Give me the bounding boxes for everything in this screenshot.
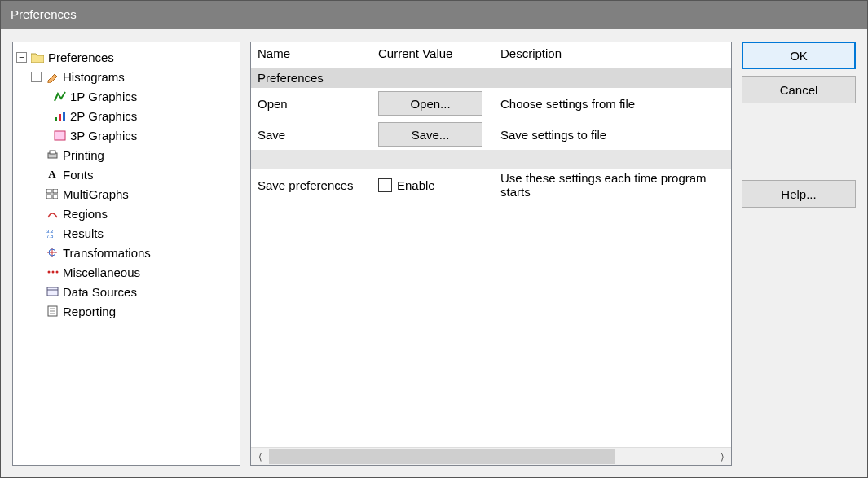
scroll-right-icon[interactable]: ⟩ [713,448,731,466]
tree-item-2p-graphics[interactable]: 2P Graphics [16,106,236,125]
tree-item-multigraphs[interactable]: MultiGraphs [16,184,236,204]
tree-label: 3P Graphics [70,129,137,143]
regions-icon [45,207,59,220]
row-label: Save preferences [251,178,372,192]
svg-rect-9 [53,195,58,199]
tree-item-1p-graphics[interactable]: 1P Graphics [16,86,236,106]
tree-item-miscellaneous[interactable]: Miscellaneous [16,262,236,282]
chart-1p-icon [52,90,67,103]
row-description: Save settings to file [494,128,731,142]
pencil-icon [45,70,59,83]
svg-rect-16 [47,287,58,296]
tree-label: 2P Graphics [70,109,137,123]
svg-rect-5 [50,151,55,154]
tree-item-reporting[interactable]: Reporting [16,301,236,321]
column-header-description[interactable]: Description [494,42,731,68]
tree-item-preferences[interactable]: − Preferences [16,47,236,67]
checkbox-icon[interactable] [378,178,392,192]
open-button[interactable]: Open... [378,91,482,116]
tree-item-fonts[interactable]: A Fonts [16,164,236,184]
tree-label: Transformations [63,246,151,260]
svg-rect-6 [46,189,51,193]
grid-body: Preferences Open Open... Choose settings… [251,68,731,447]
font-icon: A [45,168,59,181]
svg-point-14 [51,271,54,274]
checkbox-label: Enable [397,178,435,192]
tree-label: Histograms [63,70,125,84]
column-header-name[interactable]: Name [251,42,372,68]
row-description: Choose settings from file [494,97,731,111]
tree-label: Preferences [48,50,114,64]
report-icon [45,305,59,318]
tree-item-regions[interactable]: Regions [16,204,236,223]
horizontal-scrollbar[interactable]: ⟨ ⟩ [251,447,731,465]
cancel-button[interactable]: Cancel [742,76,856,103]
collapse-icon[interactable]: − [31,72,42,82]
scroll-thumb[interactable] [269,449,615,464]
results-icon: 3.27.8 [45,226,59,239]
svg-rect-2 [63,112,65,121]
tree-label: Miscellaneous [63,265,140,279]
dots-icon [45,265,59,278]
grid-header: Name Current Value Description [251,42,731,68]
tree-item-histograms[interactable]: − Histograms [16,67,236,86]
save-button[interactable]: Save... [378,122,482,147]
property-grid: Name Current Value Description Preferenc… [250,42,732,466]
row-label: Open [251,97,372,111]
dialog-body: − Preferences − [1,29,867,477]
svg-rect-8 [46,195,51,199]
row-label: Save [251,128,372,142]
window-title: Preferences [11,7,77,21]
chart-2p-icon [52,109,67,122]
svg-rect-1 [59,114,61,121]
svg-point-13 [47,271,50,274]
dialog-buttons: OK Cancel Help... [742,42,856,466]
scroll-left-icon[interactable]: ⟨ [251,448,269,466]
ok-button[interactable]: OK [742,42,856,69]
tree-label: Reporting [63,305,116,318]
tree-item-data-sources[interactable]: Data Sources [16,282,236,301]
grid-icon [45,187,59,200]
help-button[interactable]: Help... [742,180,856,208]
svg-text:7.8: 7.8 [46,234,54,238]
folder-open-icon [30,50,45,64]
svg-rect-3 [55,131,65,140]
scroll-track[interactable] [269,449,713,464]
row-save-preferences: Save preferences Enable Use these settin… [251,169,731,200]
printer-icon [45,148,59,161]
group-row-preferences: Preferences [251,68,731,88]
tree-label: Printing [63,148,104,162]
collapse-icon[interactable]: − [16,52,27,63]
enable-checkbox[interactable]: Enable [372,178,494,192]
tree-label: Data Sources [63,285,137,299]
tree-label: Fonts [63,168,94,182]
svg-point-15 [55,271,58,274]
row-save: Save Save... Save settings to file [251,119,731,150]
row-description: Use these settings each time program sta… [494,171,731,199]
tree-item-printing[interactable]: Printing [16,145,236,164]
datasource-icon [45,285,59,298]
tree-label: 1P Graphics [70,90,137,103]
tree-label: MultiGraphs [63,187,129,201]
row-open: Open Open... Choose settings from file [251,88,731,119]
tree-label: Results [63,226,104,240]
transform-icon [45,246,59,259]
preferences-dialog: Preferences − Preferences [0,0,868,478]
chart-3p-icon [52,129,67,142]
svg-rect-7 [53,189,58,193]
tree-item-results[interactable]: 3.27.8 Results [16,223,236,243]
separator-row [251,150,731,169]
svg-rect-0 [55,117,57,121]
window-titlebar: Preferences [1,1,867,29]
column-header-value[interactable]: Current Value [372,42,494,68]
tree-item-3p-graphics[interactable]: 3P Graphics [16,125,236,145]
category-tree[interactable]: − Preferences − [16,47,236,321]
category-tree-panel: − Preferences − [12,42,240,466]
tree-item-transformations[interactable]: Transformations [16,243,236,262]
tree-label: Regions [63,207,108,221]
